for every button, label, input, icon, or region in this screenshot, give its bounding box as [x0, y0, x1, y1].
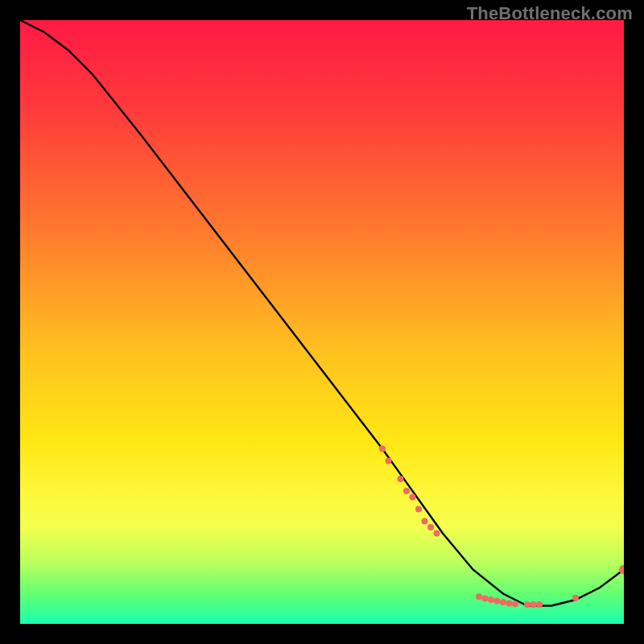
data-marker [506, 601, 513, 607]
data-marker [410, 494, 416, 501]
data-marker [494, 598, 501, 605]
data-marker [379, 446, 386, 452]
data-marker [427, 524, 434, 530]
data-marker [500, 599, 506, 605]
chart-svg [20, 20, 624, 624]
data-marker [476, 593, 482, 600]
data-marker [398, 476, 404, 482]
data-marker [386, 458, 392, 464]
data-marker [422, 518, 428, 525]
chart-background [20, 20, 624, 624]
data-marker [415, 506, 422, 513]
data-marker [530, 601, 537, 608]
data-marker [488, 597, 494, 603]
data-marker [524, 601, 530, 608]
data-marker [572, 595, 579, 601]
data-marker [434, 530, 440, 537]
chart-frame: TheBottleneck.com [0, 0, 644, 644]
plot-area [20, 20, 624, 624]
data-marker [512, 601, 518, 607]
data-marker [536, 601, 543, 608]
data-marker [403, 488, 410, 494]
data-marker [482, 596, 489, 602]
